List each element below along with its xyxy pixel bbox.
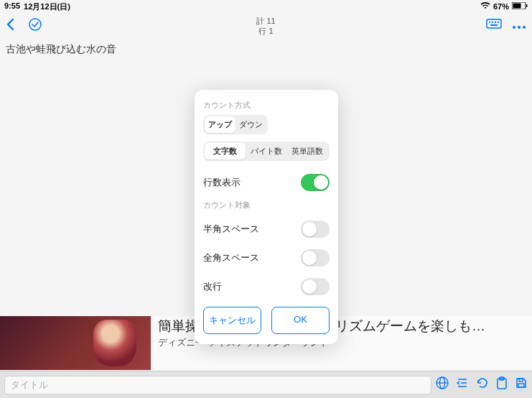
unit-words[interactable]: 英単語数: [287, 143, 328, 159]
full-space-label: 全角スペース: [203, 251, 259, 264]
full-space-toggle[interactable]: [301, 249, 330, 267]
direction-up[interactable]: アップ: [205, 116, 235, 133]
direction-segmented: アップ ダウン: [203, 115, 268, 134]
half-space-label: 半角スペース: [203, 223, 259, 236]
count-method-title: カウント方式: [203, 100, 330, 111]
newline-toggle[interactable]: [301, 278, 330, 295]
ok-button[interactable]: OK: [271, 307, 330, 334]
cancel-button[interactable]: キャンセル: [203, 307, 261, 334]
unit-segmented: 文字数 バイト数 英単語数: [203, 142, 330, 161]
unit-bytes[interactable]: バイト数: [246, 143, 286, 159]
settings-modal: カウント方式 アップ ダウン 文字数 バイト数 英単語数 行数表示 カウント対象…: [195, 90, 338, 344]
half-space-toggle[interactable]: [301, 221, 330, 238]
show-lines-toggle[interactable]: [301, 174, 330, 191]
show-lines-label: 行数表示: [203, 176, 241, 189]
direction-down[interactable]: ダウン: [235, 116, 266, 133]
count-target-title: カウント対象: [203, 200, 330, 210]
unit-chars[interactable]: 文字数: [205, 143, 246, 159]
newline-label: 改行: [203, 280, 222, 293]
